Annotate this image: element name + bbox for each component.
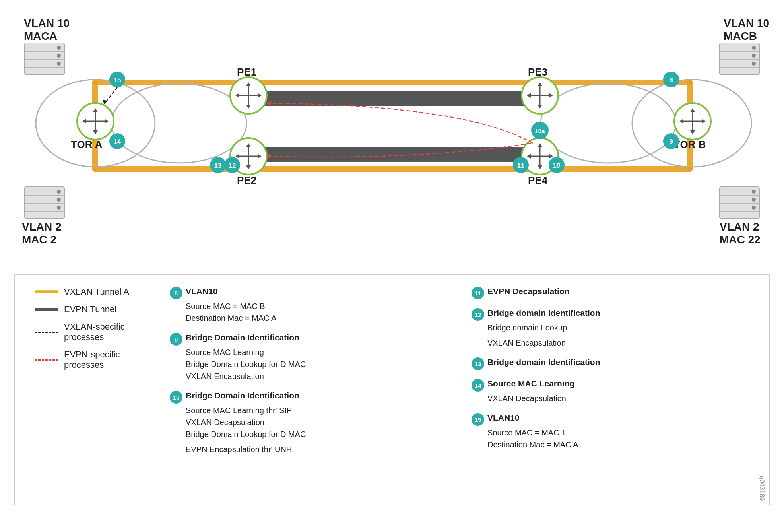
svg-text:MAC 22: MAC 22 xyxy=(720,233,761,246)
legend-evpn-process: EVPN-specific processes xyxy=(35,349,146,370)
svg-point-23 xyxy=(752,46,756,50)
step-15-number: 15 xyxy=(472,413,484,426)
svg-point-10 xyxy=(57,54,61,58)
legend-area: VXLAN Tunnel A EVPN Tunnel VXLAN-specifi… xyxy=(14,274,770,505)
legend-vxlan-tunnel: VXLAN Tunnel A xyxy=(35,287,146,297)
step-15-details: Source MAC = MAC 1Destination Mac = MAC … xyxy=(487,427,749,450)
step-12-number: 12 xyxy=(472,308,484,321)
evpn-tunnel-line xyxy=(35,308,58,311)
step-9-title: Bridge Domain Identification xyxy=(186,333,299,342)
step-8-details: Source MAC = MAC BDestination Mac = MAC … xyxy=(186,300,448,324)
tor-a-label: TOR A xyxy=(71,138,103,150)
legend-evpn-tunnel: EVPN Tunnel xyxy=(35,304,146,315)
svg-point-31 xyxy=(752,198,756,202)
step-8-number: 8 xyxy=(170,287,182,299)
svg-point-16 xyxy=(57,190,61,194)
pe2-label: PE2 xyxy=(237,174,256,186)
step-9-number: 9 xyxy=(170,333,182,346)
step-12-block: 12 Bridge domain Identification Bridge d… xyxy=(472,308,749,349)
pe1-label: PE1 xyxy=(237,66,256,78)
vlan2-mac22-label: VLAN 2 xyxy=(720,221,759,233)
step-13-number: 13 xyxy=(472,357,484,370)
svg-rect-38 xyxy=(239,147,545,162)
step-14-circle: 14 xyxy=(114,138,121,146)
diagram-area: VLAN 10 MACA VLAN 10 MACB VLAN 2 MAC 2 V… xyxy=(0,0,784,270)
step-8-title: VLAN10 xyxy=(186,287,218,296)
svg-point-25 xyxy=(752,62,756,66)
svg-point-30 xyxy=(752,190,756,194)
main-container: VLAN 10 MACA VLAN 10 MACB VLAN 2 MAC 2 V… xyxy=(0,0,784,532)
legend-col-2: 8 VLAN10 Source MAC = MAC BDestination M… xyxy=(154,287,456,493)
step-10-block: 10 Bridge Domain Identification Source M… xyxy=(170,391,448,455)
svg-rect-34 xyxy=(92,166,693,172)
step-10a-circle: 10a xyxy=(535,128,545,134)
evpn-process-line xyxy=(35,359,58,361)
evpn-tunnel-label: EVPN Tunnel xyxy=(64,304,116,315)
step-15-block: 15 VLAN10 Source MAC = MAC 1Destination … xyxy=(472,413,749,450)
step-8-block: 8 VLAN10 Source MAC = MAC BDestination M… xyxy=(170,287,448,324)
step-13-circle: 13 xyxy=(214,162,222,169)
step-10-extra: EVPN Encapsulation thr' UNH xyxy=(186,443,448,455)
step-12-extra: VXLAN Encapsulation xyxy=(487,337,749,349)
svg-point-18 xyxy=(57,206,61,210)
step-12-details: Bridge domain Lookup xyxy=(487,322,749,334)
step-11-circle: 11 xyxy=(517,162,525,169)
vlan10-maca-label: VLAN 10 xyxy=(24,17,70,29)
step-12-title: Bridge domain Identification xyxy=(487,308,600,318)
step-12-circle: 12 xyxy=(229,162,236,169)
vxlan-tunnel-line xyxy=(35,290,58,293)
step-14-block: 14 Source MAC Learning VXLAN Decapsulati… xyxy=(472,379,749,404)
svg-text:MACB: MACB xyxy=(724,30,757,42)
step-9-details: Source MAC LearningBridge Domain Lookup … xyxy=(186,346,448,382)
step-15-title: VLAN10 xyxy=(487,413,520,423)
step-15-circle: 15 xyxy=(114,76,121,84)
step-14-number: 14 xyxy=(472,379,484,392)
step-10-circle: 10 xyxy=(553,162,561,169)
step-9-circle: 9 xyxy=(669,138,673,146)
step-11-number: 11 xyxy=(472,287,484,299)
svg-text:MAC 2: MAC 2 xyxy=(22,233,56,246)
svg-point-24 xyxy=(752,54,756,58)
pe3-label: PE3 xyxy=(528,66,547,78)
svg-point-32 xyxy=(752,206,756,210)
step-9-block: 9 Bridge Domain Identification Source MA… xyxy=(170,333,448,382)
watermark: g043189 xyxy=(758,476,765,501)
pe4-label: PE4 xyxy=(528,174,548,186)
vxlan-process-label: VXLAN-specific processes xyxy=(64,322,146,342)
step-10-title: Bridge Domain Identification xyxy=(186,391,299,400)
step-14-details: VXLAN Decapsulation xyxy=(487,392,749,404)
legend-vxlan-process: VXLAN-specific processes xyxy=(35,322,146,342)
vlan2-mac2-label: VLAN 2 xyxy=(22,221,62,233)
evpn-process-label: EVPN-specific processes xyxy=(64,349,146,370)
legend-col-1: VXLAN Tunnel A EVPN Tunnel VXLAN-specifi… xyxy=(27,287,154,493)
step-14-title: Source MAC Learning xyxy=(487,379,574,388)
svg-rect-33 xyxy=(92,80,693,85)
step-10-details: Source MAC Learning thr' SIPVXLAN Decaps… xyxy=(186,404,448,440)
vlan10-macb-label: VLAN 10 xyxy=(724,17,769,29)
step-8-circle: 8 xyxy=(669,76,673,84)
svg-point-11 xyxy=(57,62,61,66)
svg-text:MACA: MACA xyxy=(24,30,57,42)
legend-col-3: 11 EVPN Decapsulation 12 Bridge domain I… xyxy=(456,287,757,493)
vxlan-tunnel-label: VXLAN Tunnel A xyxy=(64,287,129,297)
step-13-title: Bridge domain Identification xyxy=(487,357,600,367)
step-13-block: 13 Bridge domain Identification xyxy=(472,357,749,370)
step-10-number: 10 xyxy=(170,391,182,404)
vxlan-process-line xyxy=(35,332,58,333)
svg-rect-37 xyxy=(239,91,545,106)
svg-point-17 xyxy=(57,198,61,202)
step-11-block: 11 EVPN Decapsulation xyxy=(472,287,749,299)
step-11-title: EVPN Decapsulation xyxy=(487,287,570,296)
svg-point-9 xyxy=(57,46,61,50)
